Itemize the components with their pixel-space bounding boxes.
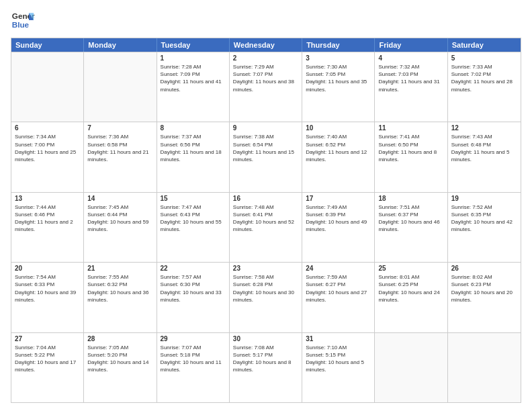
day-number: 10 bbox=[306, 124, 371, 132]
day-info: Sunrise: 8:01 AMSunset: 6:25 PMDaylight:… bbox=[378, 273, 443, 304]
day-cell-21: 21Sunrise: 7:55 AMSunset: 6:32 PMDayligh… bbox=[84, 263, 157, 332]
day-number: 13 bbox=[15, 195, 80, 202]
weekday-header-wednesday: Wednesday bbox=[230, 38, 302, 52]
empty-cell bbox=[84, 52, 157, 122]
day-number: 15 bbox=[161, 195, 226, 202]
day-info: Sunrise: 7:05 AMSunset: 5:20 PMDaylight:… bbox=[87, 344, 152, 374]
day-number: 17 bbox=[306, 195, 371, 202]
weekday-header-monday: Monday bbox=[84, 38, 157, 52]
day-cell-27: 27Sunrise: 7:04 AMSunset: 5:22 PMDayligh… bbox=[11, 333, 84, 402]
day-cell-5: 5Sunrise: 7:33 AMSunset: 7:02 PMDaylight… bbox=[448, 52, 521, 122]
day-cell-25: 25Sunrise: 8:01 AMSunset: 6:25 PMDayligh… bbox=[375, 263, 447, 332]
day-info: Sunrise: 7:30 AMSunset: 7:05 PMDaylight:… bbox=[306, 63, 371, 93]
day-cell-18: 18Sunrise: 7:51 AMSunset: 6:37 PMDayligh… bbox=[375, 193, 447, 262]
week-row-3: 13Sunrise: 7:44 AMSunset: 6:46 PMDayligh… bbox=[11, 192, 521, 262]
week-row-5: 27Sunrise: 7:04 AMSunset: 5:22 PMDayligh… bbox=[11, 332, 521, 402]
day-info: Sunrise: 7:57 AMSunset: 6:30 PMDaylight:… bbox=[161, 273, 226, 304]
day-cell-7: 7Sunrise: 7:36 AMSunset: 6:58 PMDaylight… bbox=[84, 122, 157, 191]
day-number: 24 bbox=[306, 265, 371, 272]
week-row-1: 1Sunrise: 7:28 AMSunset: 7:09 PMDaylight… bbox=[11, 52, 521, 122]
day-cell-9: 9Sunrise: 7:38 AMSunset: 6:54 PMDaylight… bbox=[230, 122, 302, 191]
day-number: 11 bbox=[378, 124, 443, 132]
day-info: Sunrise: 7:51 AMSunset: 6:37 PMDaylight:… bbox=[378, 203, 443, 234]
day-info: Sunrise: 8:02 AMSunset: 6:23 PMDaylight:… bbox=[451, 273, 517, 304]
day-number: 18 bbox=[378, 195, 443, 202]
day-info: Sunrise: 7:29 AMSunset: 7:07 PMDaylight:… bbox=[233, 63, 298, 93]
day-cell-15: 15Sunrise: 7:47 AMSunset: 6:43 PMDayligh… bbox=[157, 193, 230, 262]
day-info: Sunrise: 7:32 AMSunset: 7:03 PMDaylight:… bbox=[378, 63, 443, 93]
weekday-header-thursday: Thursday bbox=[302, 38, 375, 52]
day-number: 31 bbox=[306, 335, 371, 342]
weekday-header-sunday: Sunday bbox=[11, 38, 84, 52]
day-info: Sunrise: 7:44 AMSunset: 6:46 PMDaylight:… bbox=[15, 203, 80, 234]
day-number: 16 bbox=[233, 195, 298, 202]
day-cell-26: 26Sunrise: 8:02 AMSunset: 6:23 PMDayligh… bbox=[448, 263, 521, 332]
day-info: Sunrise: 7:40 AMSunset: 6:52 PMDaylight:… bbox=[306, 133, 371, 163]
day-number: 22 bbox=[161, 265, 226, 272]
weekday-header-saturday: Saturday bbox=[448, 38, 521, 52]
day-info: Sunrise: 7:38 AMSunset: 6:54 PMDaylight:… bbox=[233, 133, 298, 163]
day-info: Sunrise: 7:07 AMSunset: 5:18 PMDaylight:… bbox=[161, 344, 226, 374]
day-info: Sunrise: 7:58 AMSunset: 6:28 PMDaylight:… bbox=[233, 273, 298, 304]
day-info: Sunrise: 7:10 AMSunset: 5:15 PMDaylight:… bbox=[306, 344, 371, 374]
day-number: 4 bbox=[378, 54, 443, 62]
day-cell-23: 23Sunrise: 7:58 AMSunset: 6:28 PMDayligh… bbox=[230, 263, 302, 332]
day-number: 2 bbox=[233, 54, 298, 62]
empty-cell bbox=[448, 333, 521, 402]
calendar-header: SundayMondayTuesdayWednesdayThursdayFrid… bbox=[11, 38, 521, 52]
week-row-2: 6Sunrise: 7:34 AMSunset: 7:00 PMDaylight… bbox=[11, 122, 521, 191]
day-number: 26 bbox=[451, 265, 517, 272]
week-row-4: 20Sunrise: 7:54 AMSunset: 6:33 PMDayligh… bbox=[11, 262, 521, 332]
day-number: 6 bbox=[15, 124, 80, 132]
day-cell-13: 13Sunrise: 7:44 AMSunset: 6:46 PMDayligh… bbox=[11, 193, 84, 262]
day-cell-8: 8Sunrise: 7:37 AMSunset: 6:56 PMDaylight… bbox=[157, 122, 230, 191]
day-info: Sunrise: 7:49 AMSunset: 6:39 PMDaylight:… bbox=[306, 203, 371, 234]
day-number: 3 bbox=[306, 54, 371, 62]
day-cell-28: 28Sunrise: 7:05 AMSunset: 5:20 PMDayligh… bbox=[84, 333, 157, 402]
day-number: 19 bbox=[451, 195, 517, 202]
day-info: Sunrise: 7:04 AMSunset: 5:22 PMDaylight:… bbox=[15, 344, 80, 374]
day-info: Sunrise: 7:36 AMSunset: 6:58 PMDaylight:… bbox=[87, 133, 152, 163]
day-number: 8 bbox=[161, 124, 226, 132]
day-cell-31: 31Sunrise: 7:10 AMSunset: 5:15 PMDayligh… bbox=[302, 333, 375, 402]
day-cell-14: 14Sunrise: 7:45 AMSunset: 6:44 PMDayligh… bbox=[84, 193, 157, 262]
logo-icon: General Blue bbox=[11, 8, 35, 32]
day-cell-22: 22Sunrise: 7:57 AMSunset: 6:30 PMDayligh… bbox=[157, 263, 230, 332]
calendar-body: 1Sunrise: 7:28 AMSunset: 7:09 PMDaylight… bbox=[11, 52, 521, 402]
day-cell-17: 17Sunrise: 7:49 AMSunset: 6:39 PMDayligh… bbox=[302, 193, 375, 262]
logo: General Blue bbox=[11, 8, 35, 32]
day-number: 25 bbox=[378, 265, 443, 272]
day-cell-1: 1Sunrise: 7:28 AMSunset: 7:09 PMDaylight… bbox=[157, 52, 230, 122]
day-number: 29 bbox=[161, 335, 226, 342]
day-cell-4: 4Sunrise: 7:32 AMSunset: 7:03 PMDaylight… bbox=[375, 52, 447, 122]
day-cell-16: 16Sunrise: 7:48 AMSunset: 6:41 PMDayligh… bbox=[230, 193, 302, 262]
day-number: 14 bbox=[87, 195, 152, 202]
day-info: Sunrise: 7:43 AMSunset: 6:48 PMDaylight:… bbox=[451, 133, 517, 163]
day-info: Sunrise: 7:45 AMSunset: 6:44 PMDaylight:… bbox=[87, 203, 152, 234]
day-number: 12 bbox=[451, 124, 517, 132]
day-number: 1 bbox=[161, 54, 226, 62]
page: General Blue SundayMondayTuesdayWednesda… bbox=[0, 0, 532, 411]
day-info: Sunrise: 7:37 AMSunset: 6:56 PMDaylight:… bbox=[161, 133, 226, 163]
day-cell-2: 2Sunrise: 7:29 AMSunset: 7:07 PMDaylight… bbox=[230, 52, 302, 122]
day-info: Sunrise: 7:59 AMSunset: 6:27 PMDaylight:… bbox=[306, 273, 371, 304]
day-info: Sunrise: 7:33 AMSunset: 7:02 PMDaylight:… bbox=[451, 63, 517, 93]
day-info: Sunrise: 7:54 AMSunset: 6:33 PMDaylight:… bbox=[15, 273, 80, 304]
day-number: 9 bbox=[233, 124, 298, 132]
day-info: Sunrise: 7:48 AMSunset: 6:41 PMDaylight:… bbox=[233, 203, 298, 234]
calendar: SundayMondayTuesdayWednesdayThursdayFrid… bbox=[11, 38, 521, 403]
day-number: 20 bbox=[15, 265, 80, 272]
empty-cell bbox=[11, 52, 84, 122]
empty-cell bbox=[375, 333, 447, 402]
day-info: Sunrise: 7:41 AMSunset: 6:50 PMDaylight:… bbox=[378, 133, 443, 163]
day-number: 30 bbox=[233, 335, 298, 342]
day-cell-30: 30Sunrise: 7:08 AMSunset: 5:17 PMDayligh… bbox=[230, 333, 302, 402]
day-info: Sunrise: 7:08 AMSunset: 5:17 PMDaylight:… bbox=[233, 344, 298, 374]
day-info: Sunrise: 7:47 AMSunset: 6:43 PMDaylight:… bbox=[161, 203, 226, 234]
day-cell-20: 20Sunrise: 7:54 AMSunset: 6:33 PMDayligh… bbox=[11, 263, 84, 332]
svg-text:Blue: Blue bbox=[12, 20, 30, 29]
day-info: Sunrise: 7:28 AMSunset: 7:09 PMDaylight:… bbox=[161, 63, 226, 93]
day-number: 21 bbox=[87, 265, 152, 272]
day-number: 7 bbox=[87, 124, 152, 132]
day-cell-12: 12Sunrise: 7:43 AMSunset: 6:48 PMDayligh… bbox=[448, 122, 521, 191]
